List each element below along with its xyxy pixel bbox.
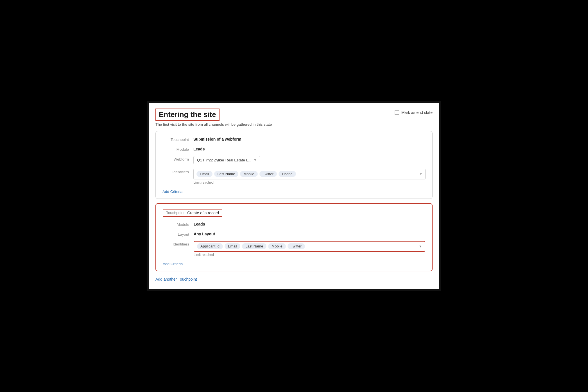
card-2: Touchpoint Create of a record Module Lea… [155, 203, 433, 271]
card1-module-label: Module [162, 146, 193, 152]
mark-end-state-label: Mark as end state [401, 110, 433, 115]
card1-identifiers-container: Email Last Name Mobile Twitter Phone ▼ L… [193, 169, 426, 184]
card1-tag-email: Email [196, 171, 212, 177]
card1-add-criteria-button[interactable]: Add Criteria [162, 190, 182, 194]
identifiers-chevron-icon-2: ▼ [417, 245, 422, 248]
mark-end-state-row: Mark as end state [395, 110, 433, 115]
card1-touchpoint-row: Touchpoint Submission of a webform [162, 136, 426, 142]
card2-touchpoint-highlighted: Touchpoint Create of a record [163, 209, 222, 217]
card-1: Touchpoint Submission of a webform Modul… [155, 131, 433, 199]
card2-identifiers-label: Identifiers [163, 241, 194, 246]
card1-webform-label: Webform [162, 156, 193, 161]
card2-tag-lastname: Last Name [242, 243, 266, 249]
card1-tag-lastname: Last Name [214, 171, 239, 177]
card1-tag-twitter: Twitter [259, 171, 277, 177]
card1-limit-reached: Limit reached [193, 181, 426, 184]
card1-identifiers-row: Identifiers Email Last Name Mobile Twitt… [162, 169, 426, 184]
card2-limit-reached: Limit reached [194, 253, 425, 257]
card2-identifiers-box[interactable]: Applicant Id Email Last Name Mobile Twit… [194, 241, 425, 252]
card1-module-value: Leads [193, 146, 205, 151]
card1-module-row: Module Leads [162, 146, 426, 152]
card2-touchpoint-value: Create of a record [187, 211, 219, 215]
card2-layout-row: Layout Any Layout [163, 231, 425, 236]
card2-tag-mobile: Mobile [268, 243, 286, 249]
card1-webform-select[interactable]: Q1 FY'22 Zylker Real Estate L... ▼ [193, 156, 260, 164]
header-row: Entering the site Mark as end state [155, 109, 433, 121]
main-container: Entering the site Mark as end state The … [147, 101, 441, 291]
card1-touchpoint-label: Touchpoint [162, 136, 193, 142]
card2-tag-email: Email [225, 243, 241, 249]
card2-tag-twitter: Twitter [288, 243, 305, 249]
card2-touchpoint-row: Touchpoint Create of a record [163, 209, 425, 217]
card2-module-row: Module Leads [163, 221, 425, 227]
mark-end-state-checkbox[interactable] [395, 110, 399, 115]
card1-identifiers-label: Identifiers [162, 169, 193, 174]
chevron-down-icon: ▼ [254, 158, 257, 162]
page-subtitle: The first visit to the site from all cha… [155, 122, 433, 127]
card1-tag-phone: Phone [279, 171, 296, 177]
page-title: Entering the site [155, 109, 220, 121]
card1-identifiers-box[interactable]: Email Last Name Mobile Twitter Phone ▼ [193, 169, 426, 179]
card1-webform-value: Q1 FY'22 Zylker Real Estate L... [197, 158, 251, 162]
card2-touchpoint-label: Touchpoint [166, 211, 187, 215]
add-another-touchpoint-button[interactable]: Add another Touchpoint [155, 276, 197, 283]
card1-tag-mobile: Mobile [240, 171, 257, 177]
card2-module-label: Module [163, 221, 194, 227]
card2-identifiers-row: Identifiers Applicant Id Email Last Name… [163, 241, 425, 257]
card2-module-value: Leads [194, 221, 205, 226]
card1-webform-row: Webform Q1 FY'22 Zylker Real Estate L...… [162, 156, 426, 164]
card1-touchpoint-value: Submission of a webform [193, 136, 241, 141]
card2-layout-value: Any Layout [194, 231, 215, 236]
identifiers-chevron-icon: ▼ [417, 172, 422, 176]
card2-layout-label: Layout [163, 231, 194, 236]
card2-tag-applicantid: Applicant Id [197, 243, 223, 249]
card2-add-criteria-button[interactable]: Add Criteria [163, 262, 183, 266]
card2-identifiers-container: Applicant Id Email Last Name Mobile Twit… [194, 241, 425, 257]
